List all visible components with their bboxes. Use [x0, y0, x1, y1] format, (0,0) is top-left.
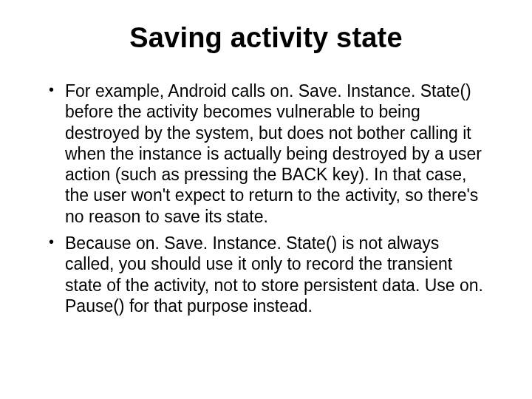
slide: Saving activity state For example, Andro… [0, 0, 532, 399]
bullet-list: For example, Android calls on. Save. Ins… [44, 81, 488, 316]
slide-title: Saving activity state [44, 22, 488, 54]
list-item: For example, Android calls on. Save. Ins… [44, 81, 488, 227]
list-item: Because on. Save. Instance. State() is n… [44, 233, 488, 316]
